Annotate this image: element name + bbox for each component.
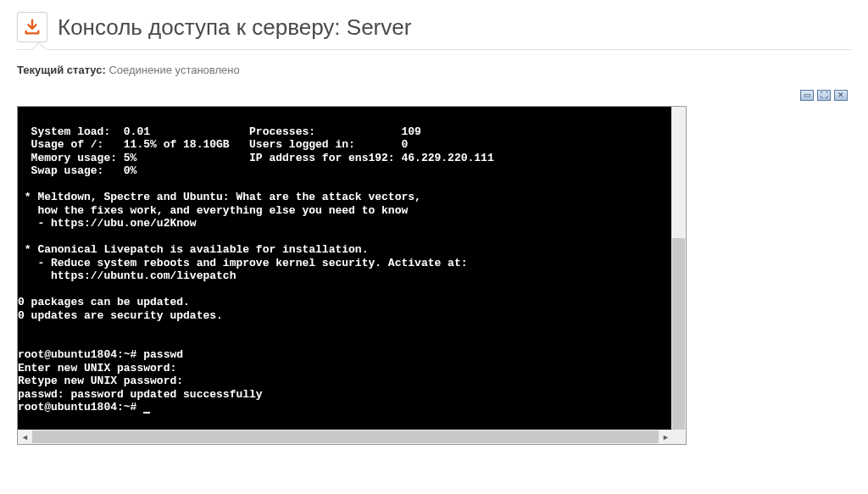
download-icon	[17, 12, 47, 42]
expand-icon[interactable]: ✕	[834, 90, 848, 101]
page-title: Консоль доступа к серверу: Server	[58, 14, 411, 41]
scroll-left-arrow[interactable]: ◄	[18, 430, 32, 444]
status-label: Текущий статус:	[17, 64, 106, 76]
toolbar: ▭ ⛶ ✕	[0, 83, 868, 104]
vertical-scroll-thumb[interactable]	[672, 238, 685, 431]
fullscreen-icon[interactable]: ⛶	[817, 90, 831, 101]
terminal-output[interactable]: System load: 0.01 Processes: 109 Usage o…	[18, 107, 673, 431]
horizontal-scrollbar[interactable]: ◄ ►	[18, 430, 673, 444]
vertical-scrollbar[interactable]	[671, 107, 686, 431]
status-value: Соединение установлено	[108, 64, 239, 76]
status-row: Текущий статус: Соединение установлено	[0, 50, 868, 83]
divider	[0, 49, 868, 50]
console-container: System load: 0.01 Processes: 109 Usage o…	[17, 106, 687, 445]
window-restore-icon[interactable]: ▭	[800, 90, 814, 101]
horizontal-scroll-thumb[interactable]	[32, 430, 659, 443]
console-area: System load: 0.01 Processes: 109 Usage o…	[0, 104, 868, 445]
header-row: Консоль доступа к серверу: Server	[0, 0, 868, 49]
scrollbar-corner	[671, 430, 686, 444]
